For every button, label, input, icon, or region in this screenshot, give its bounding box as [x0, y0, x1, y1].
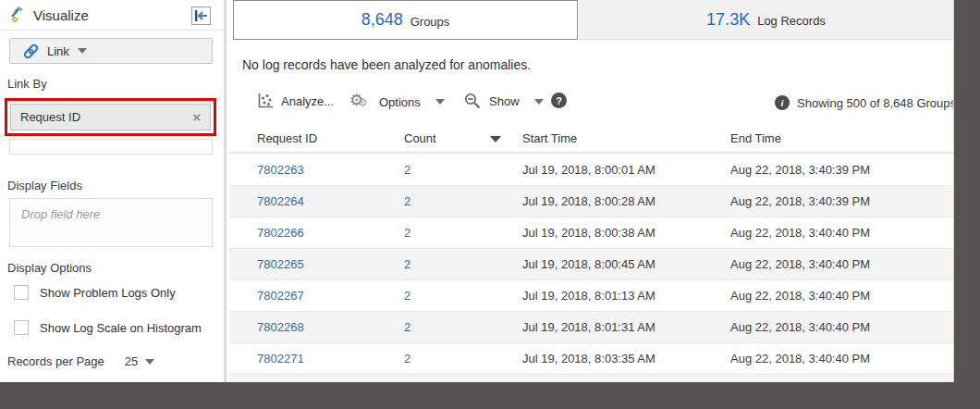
count-link[interactable]: 2 [404, 257, 410, 271]
dropzone-placeholder: Drop field here [21, 207, 100, 221]
count-link[interactable]: 2 [404, 163, 410, 177]
sort-descending-icon[interactable] [490, 136, 501, 143]
zoom-out-icon [464, 93, 482, 110]
end-time-cell: Aug 22, 2018, 3:40:40 PM [730, 352, 870, 366]
start-time-cell: Jul 19, 2018, 8:00:28 AM [522, 194, 655, 208]
results-summary-text: Showing 500 of 8,648 Groups [797, 96, 956, 110]
chevron-down-icon [435, 99, 445, 105]
tab-groups[interactable]: 8,648 Groups [233, 0, 578, 40]
visualize-panel: Visualize Link Link By Request [0, 0, 224, 382]
groups-count: 8,648 [361, 10, 403, 30]
table-row-partial[interactable] [229, 374, 953, 382]
chevron-down-icon [534, 99, 544, 105]
log-scale-histogram-checkbox[interactable] [14, 320, 29, 335]
table-header-row: Request ID Count Start Time End Time [229, 125, 953, 153]
options-label: Options [379, 95, 421, 109]
end-time-cell: Aug 22, 2018, 3:40:39 PM [730, 194, 870, 208]
table-row[interactable]: 78022682Jul 19, 2018, 8:01:31 AMAug 22, … [229, 311, 953, 342]
request-id-link[interactable]: 7802263 [257, 163, 304, 177]
panel-title: Visualize [33, 7, 89, 23]
anomaly-message: No log records have been analyzed for an… [242, 57, 531, 72]
option-show-problem-logs: Show Problem Logs Only [14, 285, 176, 300]
display-fields-label: Display Fields [7, 179, 82, 192]
start-time-cell: Jul 19, 2018, 8:00:38 AM [522, 226, 655, 240]
link-button-label: Link [47, 44, 69, 58]
option-log-scale-histogram: Show Log Scale on Histogram [14, 320, 202, 335]
analyze-label: Analyze... [281, 94, 334, 108]
checkbox-label: Show Log Scale on Histogram [40, 321, 202, 335]
records-per-page-label: Records per Page [7, 354, 104, 368]
table-row[interactable]: 78022652Jul 19, 2018, 8:00:45 AMAug 22, … [229, 248, 953, 279]
count-link[interactable]: 2 [404, 352, 410, 366]
options-gears-icon: ⚙ ⚙ [349, 93, 372, 111]
column-header-count[interactable]: Count [404, 131, 436, 145]
link-by-field-label: Request ID [20, 110, 80, 124]
count-link[interactable]: 2 [404, 194, 410, 208]
show-menu-button[interactable]: Show [464, 93, 544, 110]
table-row[interactable]: 78022712Jul 19, 2018, 8:03:35 AMAug 22, … [229, 342, 953, 374]
tab-log-records[interactable]: 17.3K Log Records [579, 0, 953, 40]
options-menu-button[interactable]: ⚙ ⚙ Options [349, 93, 445, 111]
table-row[interactable]: 78022632Jul 19, 2018, 8:00:01 AMAug 22, … [229, 154, 953, 185]
request-id-link[interactable]: 7802271 [257, 352, 304, 366]
link-by-label: Link By [7, 77, 47, 91]
table-row[interactable]: 78022642Jul 19, 2018, 8:00:28 AMAug 22, … [229, 185, 953, 217]
help-icon: ? [551, 93, 567, 108]
end-time-cell: Aug 22, 2018, 3:40:40 PM [730, 226, 870, 240]
checkbox-label: Show Problem Logs Only [40, 286, 176, 300]
log-records-tab-label: Log Records [757, 11, 826, 28]
groups-tab-label: Groups [410, 12, 450, 29]
collapse-panel-button[interactable] [191, 6, 211, 25]
display-options-label: Display Options [7, 261, 92, 275]
start-time-cell: Jul 19, 2018, 8:00:45 AM [522, 257, 655, 271]
start-time-cell: Jul 19, 2018, 8:03:35 AM [522, 352, 655, 366]
show-label: Show [489, 94, 520, 108]
display-fields-dropzone[interactable]: Drop field here [9, 198, 213, 247]
records-per-page-control: Records per Page 25 [7, 354, 154, 368]
count-link[interactable]: 2 [404, 320, 410, 334]
info-icon: i [775, 95, 790, 110]
table-row[interactable]: 78022662Jul 19, 2018, 8:00:38 AMAug 22, … [229, 217, 953, 248]
column-header-end-time[interactable]: End Time [730, 131, 781, 145]
request-id-link[interactable]: 7802265 [257, 257, 304, 271]
link-by-field-pill[interactable]: Request ID × [10, 104, 211, 130]
chevron-down-icon[interactable] [145, 359, 154, 365]
results-summary: i Showing 500 of 8,648 Groups [775, 95, 956, 110]
collapse-left-icon [194, 9, 208, 22]
log-records-count: 17.3K [706, 10, 750, 30]
start-time-cell: Jul 19, 2018, 8:01:31 AM [522, 320, 655, 334]
start-time-cell: Jul 19, 2018, 8:00:01 AM [522, 163, 655, 177]
records-per-page-value[interactable]: 25 [125, 354, 138, 368]
count-link[interactable]: 2 [404, 289, 410, 303]
analyze-scatter-icon [257, 93, 274, 109]
link-icon [23, 43, 39, 59]
request-id-link[interactable]: 7802267 [257, 289, 304, 303]
column-header-request-id[interactable]: Request ID [257, 131, 317, 145]
link-menu-button[interactable]: Link [9, 38, 213, 64]
remove-field-icon[interactable]: × [192, 110, 201, 124]
analyze-button[interactable]: Analyze... [257, 93, 334, 109]
help-button[interactable]: ? [551, 93, 567, 108]
request-id-link[interactable]: 7802264 [257, 194, 304, 208]
count-link[interactable]: 2 [404, 226, 410, 240]
end-time-cell: Aug 22, 2018, 3:40:40 PM [730, 257, 870, 271]
end-time-cell: Aug 22, 2018, 3:40:40 PM [730, 289, 870, 303]
panel-splitter[interactable] [224, 0, 227, 382]
window-frame-right [953, 0, 980, 409]
request-id-link[interactable]: 7802268 [257, 320, 304, 334]
log-analytics-window: Visualize Link Link By Request [0, 0, 980, 409]
table-row[interactable]: 78022672Jul 19, 2018, 8:01:13 AMAug 22, … [229, 279, 953, 311]
start-time-cell: Jul 19, 2018, 8:01:13 AM [522, 289, 655, 303]
end-time-cell: Aug 22, 2018, 3:40:40 PM [730, 320, 870, 334]
column-header-start-time[interactable]: Start Time [522, 131, 577, 145]
show-problem-logs-checkbox[interactable] [14, 285, 29, 300]
panel-header: Visualize [0, 0, 224, 31]
request-id-link[interactable]: 7802266 [257, 226, 304, 240]
chevron-down-icon [78, 48, 87, 54]
end-time-cell: Aug 22, 2018, 3:40:39 PM [730, 163, 870, 177]
groups-table-body: 78022632Jul 19, 2018, 8:00:01 AMAug 22, … [229, 154, 953, 382]
window-frame-bottom [0, 382, 980, 409]
visualize-hammer-icon [8, 6, 27, 24]
link-by-empty-slot[interactable] [9, 139, 213, 155]
